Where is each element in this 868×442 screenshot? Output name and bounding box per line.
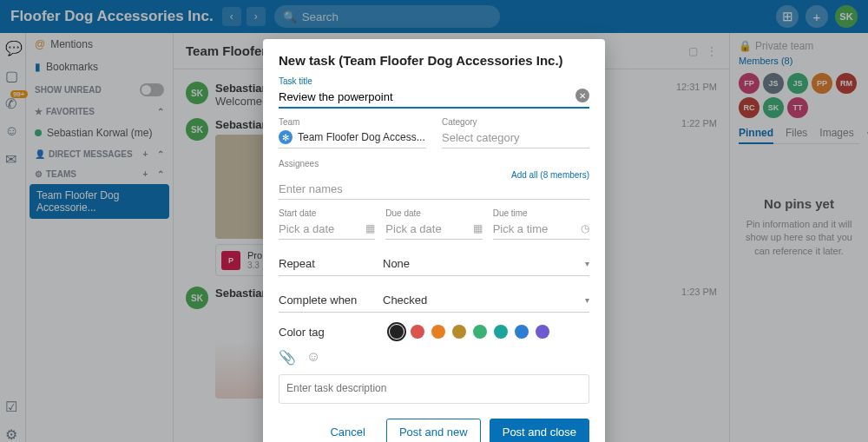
modal-title: New task (Team Floofer Dog Accessories I… [279, 53, 589, 68]
description-input[interactable] [279, 374, 589, 404]
due-time-label: Due time [493, 208, 589, 218]
team-label: Team [279, 117, 426, 127]
due-date-input[interactable] [385, 220, 482, 240]
post-and-new-button[interactable]: Post and new [386, 419, 481, 442]
chevron-down-icon: ▾ [585, 259, 589, 268]
start-date-label: Start date [279, 208, 375, 218]
color-swatch[interactable] [452, 325, 466, 339]
modal-overlay: New task (Team Floofer Dog Accessories I… [0, 0, 868, 442]
emoji-icon[interactable]: ☺ [306, 349, 320, 366]
calendar-icon[interactable]: ▦ [473, 222, 483, 234]
attach-icon[interactable]: 📎 [279, 349, 296, 366]
color-swatch[interactable] [536, 325, 549, 339]
task-title-input[interactable] [279, 88, 589, 109]
category-input[interactable] [442, 129, 589, 148]
start-date-input[interactable] [279, 220, 375, 240]
cancel-button[interactable]: Cancel [318, 419, 377, 442]
chevron-down-icon: ▾ [585, 295, 589, 305]
category-label: Category [442, 117, 589, 127]
color-swatch[interactable] [411, 325, 424, 339]
color-swatch[interactable] [473, 325, 487, 339]
color-swatch[interactable] [431, 325, 445, 339]
color-tag-label: Color tag [279, 326, 383, 339]
clear-title-icon[interactable]: ✕ [575, 89, 589, 102]
assignees-input[interactable] [279, 180, 589, 200]
color-swatch[interactable] [515, 325, 529, 339]
assignees-label: Assignees [279, 159, 589, 168]
new-task-modal: New task (Team Floofer Dog Accessories I… [263, 39, 605, 442]
complete-when-select[interactable]: Complete when Checked ▾ [279, 288, 589, 313]
color-swatch[interactable] [494, 325, 508, 339]
add-all-link[interactable]: Add all (8 members) [511, 170, 589, 180]
team-icon: ✻ [279, 130, 293, 144]
due-time-input[interactable] [493, 220, 589, 240]
task-title-label: Task title [279, 76, 589, 86]
post-and-close-button[interactable]: Post and close [490, 419, 589, 442]
due-date-label: Due date [385, 208, 482, 218]
calendar-icon[interactable]: ▦ [365, 222, 375, 234]
repeat-select[interactable]: Repeat None ▾ [279, 252, 589, 276]
team-select[interactable]: ✻ Team Floofer Dog Access... [279, 129, 426, 148]
clock-icon[interactable]: ◷ [581, 222, 589, 234]
color-swatch[interactable] [390, 325, 404, 339]
